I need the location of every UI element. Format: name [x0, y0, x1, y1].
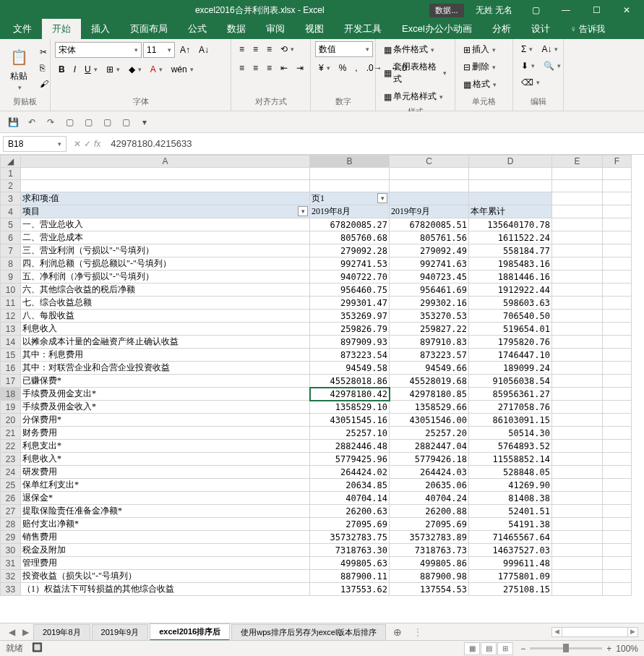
row-30[interactable]: 30 税金及附加7318763.307318763.7314637527.03 — [1, 544, 632, 557]
qa-icon-3[interactable]: ▢ — [100, 115, 114, 129]
col-header-E[interactable]: E — [552, 156, 603, 168]
row-22[interactable]: 22 利息支出*2882446.482882447.045764893.52 — [1, 440, 632, 453]
row-14[interactable]: 14 以摊余成本计量的金融资产终止确认收益897909.93897910.831… — [1, 336, 632, 349]
cell[interactable]: 35732783.75 — [310, 531, 390, 544]
row-23[interactable]: 23 利息收入*5779425.965779426.1811558852.14 — [1, 453, 632, 466]
row-25[interactable]: 25 保单红利支出*20634.8520635.0641269.90 — [1, 479, 632, 492]
fill-color-button[interactable]: ◆▾ — [125, 62, 145, 77]
cell[interactable] — [552, 505, 603, 518]
fill-icon[interactable]: ⬇▾ — [518, 59, 538, 73]
user-name[interactable]: 无姓 无名 — [476, 4, 512, 17]
grid[interactable]: ◢ A B C D E F 123求和项:值页1▾4项目▾2019年8月2019… — [0, 155, 632, 596]
cell[interactable] — [603, 349, 632, 362]
row-header[interactable]: 32 — [1, 570, 21, 583]
cell[interactable] — [552, 284, 603, 297]
cell[interactable] — [552, 231, 603, 244]
row-10[interactable]: 10六、其他综合收益的税后净额956460.75956461.691912922… — [1, 284, 632, 297]
cell[interactable] — [552, 271, 603, 284]
cell[interactable]: 五、净利润（净亏损以"-"号填列） — [21, 271, 310, 284]
cell[interactable] — [552, 518, 603, 531]
cut-icon[interactable]: ✂ — [36, 45, 52, 59]
cell[interactable]: 940723.45 — [390, 271, 469, 284]
menu-insert[interactable]: 插入 — [81, 19, 120, 39]
row-header[interactable]: 24 — [1, 466, 21, 479]
row-18[interactable]: 18 手续费及佣金支出*42978180.4242978180.85859563… — [1, 388, 632, 401]
cell[interactable]: 四、利润总额（亏损总额以"-"号填列） — [21, 257, 310, 271]
cell[interactable]: 利息收入 — [21, 323, 310, 336]
cell[interactable]: 45528018.86 — [310, 375, 390, 388]
align-center-icon[interactable]: ≡ — [249, 61, 262, 75]
row-header[interactable]: 11 — [1, 297, 21, 310]
cell[interactable] — [603, 168, 632, 180]
cell[interactable] — [552, 583, 603, 596]
cell[interactable] — [552, 401, 603, 414]
cell[interactable]: 页1▾ — [310, 192, 390, 205]
cell[interactable]: 805761.56 — [390, 231, 469, 244]
cell[interactable]: 137553.62 — [310, 583, 390, 596]
cell[interactable]: 手续费及佣金支出* — [21, 388, 310, 401]
cell[interactable]: 35732783.89 — [390, 531, 469, 544]
cell[interactable]: 999611.48 — [469, 557, 552, 570]
cell[interactable] — [603, 414, 632, 427]
cell[interactable]: 94549.66 — [390, 362, 469, 375]
cell[interactable]: 50514.30 — [469, 427, 552, 440]
menu-data[interactable]: 数据 — [217, 19, 256, 39]
row-header[interactable]: 14 — [1, 336, 21, 349]
menu-anim[interactable]: Excel办公小动画 — [392, 19, 482, 39]
cell[interactable] — [469, 192, 552, 205]
cell-style-button[interactable]: ▦ 单元格样式▾ — [380, 88, 450, 105]
col-header-F[interactable]: F — [603, 156, 632, 168]
cell[interactable]: 264424.02 — [310, 466, 390, 479]
cell[interactable]: 85956361.27 — [469, 388, 552, 401]
autosum-icon[interactable]: Σ▾ — [518, 42, 536, 56]
cell[interactable]: 27095.69 — [310, 518, 390, 531]
row-24[interactable]: 24 研发费用264424.02264424.03528848.05 — [1, 466, 632, 479]
cell[interactable] — [603, 284, 632, 297]
cell[interactable] — [552, 375, 603, 388]
row-header[interactable]: 25 — [1, 479, 21, 492]
cell[interactable]: 499805.63 — [310, 557, 390, 570]
cell[interactable]: 45528019.68 — [390, 375, 469, 388]
cell[interactable]: 887900.98 — [390, 570, 469, 583]
row-29[interactable]: 29 销售费用35732783.7535732783.8971465567.64 — [1, 531, 632, 544]
zoom-level[interactable]: 100% — [616, 644, 638, 654]
row-9[interactable]: 9五、净利润（净亏损以"-"号填列）940722.70940723.451881… — [1, 271, 632, 284]
cell[interactable]: 897910.83 — [390, 336, 469, 349]
cell[interactable] — [603, 505, 632, 518]
cell[interactable]: 873223.57 — [390, 349, 469, 362]
cell[interactable]: 137554.53 — [390, 583, 469, 596]
row-header[interactable]: 5 — [1, 218, 21, 231]
cell[interactable]: 275108.15 — [469, 583, 552, 596]
row-header[interactable]: 13 — [1, 323, 21, 336]
save-icon[interactable]: 💾 — [6, 115, 20, 129]
row-21[interactable]: 21 财务费用25257.1025257.2050514.30 — [1, 427, 632, 440]
cell[interactable]: 40704.24 — [390, 492, 469, 505]
cell[interactable] — [390, 180, 469, 192]
row-header[interactable]: 23 — [1, 453, 21, 466]
menu-tell[interactable]: ♀ 告诉我 — [560, 20, 616, 39]
h-scrollbar[interactable]: ◀ ▶ — [551, 627, 638, 637]
cell[interactable] — [603, 375, 632, 388]
row-header[interactable]: 6 — [1, 231, 21, 244]
cell[interactable]: 259827.22 — [390, 323, 469, 336]
cell[interactable]: 25257.10 — [310, 427, 390, 440]
menu-layout[interactable]: 页面布局 — [120, 19, 178, 39]
insert-cells-button[interactable]: ⊞ 插入▾ — [460, 41, 508, 58]
sheet-tab-3[interactable]: excel2016排序后 — [150, 623, 230, 641]
copy-icon[interactable]: ⎘ — [36, 61, 52, 75]
row-header[interactable]: 10 — [1, 284, 21, 297]
row-11[interactable]: 11七、综合收益总额299301.47299302.16598603.63 — [1, 297, 632, 310]
cell[interactable]: 873223.54 — [310, 349, 390, 362]
menu-formula[interactable]: 公式 — [178, 19, 217, 39]
cell[interactable]: 已赚保费* — [21, 375, 310, 388]
cell[interactable]: 项目▾ — [21, 205, 310, 218]
cell[interactable]: 279092.28 — [310, 244, 390, 257]
cell[interactable]: 42978180.85 — [390, 388, 469, 401]
cell[interactable]: 20635.06 — [390, 479, 469, 492]
cell[interactable] — [21, 168, 310, 180]
cell[interactable]: 353269.97 — [310, 310, 390, 323]
cell[interactable]: 2019年8月 — [310, 205, 390, 218]
row-12[interactable]: 12八、每股收益353269.97353270.53706540.50 — [1, 310, 632, 323]
cell[interactable]: 353270.53 — [390, 310, 469, 323]
cell[interactable]: 264424.03 — [390, 466, 469, 479]
